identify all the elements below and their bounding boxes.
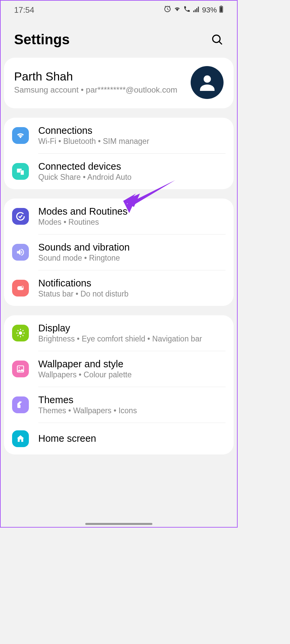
settings-group: Connections Wi-Fi • Bluetooth • SIM mana… [4,118,234,189]
wallpaper-icon [12,361,29,377]
item-text: Display Brightness • Eye comfort shield … [38,323,226,343]
item-text: Home screen [38,433,226,445]
item-text: Notifications Status bar • Do not distur… [38,278,226,299]
page-header: Settings [1,18,237,58]
svg-line-16 [17,330,18,331]
status-time: 17:54 [14,5,34,15]
battery-icon [219,5,224,15]
item-subtitle: Status bar • Do not disturb [38,289,226,299]
item-title: Display [38,323,226,334]
account-name: Parth Shah [14,70,191,83]
settings-item[interactable]: Wallpaper and style Wallpapers • Colour … [4,351,234,387]
settings-item[interactable]: Sounds and vibration Sound mode • Ringto… [4,234,234,270]
settings-group: Modes and Routines Modes • Routines Soun… [4,199,234,306]
settings-item[interactable]: Connected devices Quick Share • Android … [4,154,234,189]
routines-icon [12,208,29,225]
status-icons: 93% [164,5,224,15]
svg-line-19 [22,330,23,331]
item-title: Themes [38,394,226,406]
item-text: Wallpaper and style Wallpapers • Colour … [38,359,226,379]
item-subtitle: Modes • Routines [38,218,226,227]
item-title: Home screen [38,433,226,444]
home-icon [12,430,29,447]
settings-group: Display Brightness • Eye comfort shield … [4,315,234,454]
item-text: Connected devices Quick Share • Android … [38,161,226,182]
item-title: Connections [38,125,226,136]
svg-rect-2 [220,7,222,12]
status-bar: 17:54 93% [1,1,237,18]
themes-icon [12,396,29,413]
item-text: Connections Wi-Fi • Bluetooth • SIM mana… [38,125,226,146]
svg-point-21 [19,367,20,369]
item-subtitle: Wallpapers • Colour palette [38,370,226,379]
item-text: Themes Themes • Wallpapers • Icons [38,394,226,415]
svg-line-17 [22,335,23,336]
settings-item[interactable]: Connections Wi-Fi • Bluetooth • SIM mana… [4,118,234,153]
svg-point-10 [21,286,23,288]
account-info: Parth Shah Samsung account • par********… [14,70,191,95]
item-subtitle: Themes • Wallpapers • Icons [38,406,226,415]
item-subtitle: Sound mode • Ringtone [38,254,226,263]
avatar [191,66,224,99]
item-title: Wallpaper and style [38,359,226,370]
alarm-icon [164,5,171,15]
item-subtitle: Brightness • Eye comfort shield • Naviga… [38,334,226,343]
item-text: Modes and Routines Modes • Routines [38,206,226,227]
search-icon[interactable] [211,33,224,46]
display-icon [12,325,29,341]
item-text: Sounds and vibration Sound mode • Ringto… [38,242,226,263]
page-title: Settings [14,32,70,48]
svg-rect-1 [221,6,222,6]
nav-bar-handle[interactable] [85,523,152,525]
notifications-icon [12,280,29,297]
signal-icon [193,5,200,15]
wifi-icon [12,127,29,144]
settings-item[interactable]: Notifications Status bar • Do not distur… [4,270,234,306]
settings-item[interactable]: Modes and Routines Modes • Routines [4,199,234,234]
item-title: Sounds and vibration [38,242,226,253]
devices-icon [12,163,29,180]
account-subtitle: Samsung account • par*********@outlook.c… [14,85,191,95]
svg-rect-22 [19,405,21,408]
item-subtitle: Wi-Fi • Bluetooth • SIM manager [38,137,226,146]
settings-item[interactable]: Home screen [4,423,234,454]
svg-point-3 [213,35,220,43]
settings-item[interactable]: Display Brightness • Eye comfort shield … [4,315,234,351]
svg-point-5 [203,75,211,83]
svg-line-4 [219,42,222,44]
item-title: Connected devices [38,161,226,172]
svg-point-11 [19,331,22,335]
item-title: Modes and Routines [38,206,226,217]
settings-item[interactable]: Themes Themes • Wallpapers • Icons [4,387,234,423]
svg-rect-7 [20,170,24,175]
call-icon [183,5,191,15]
wifi-icon [173,5,181,15]
battery-percent: 93% [202,6,217,14]
item-subtitle: Quick Share • Android Auto [38,173,226,182]
item-title: Notifications [38,278,226,289]
sound-icon [12,244,29,261]
account-card[interactable]: Parth Shah Samsung account • par********… [4,58,234,108]
svg-line-18 [17,335,18,336]
